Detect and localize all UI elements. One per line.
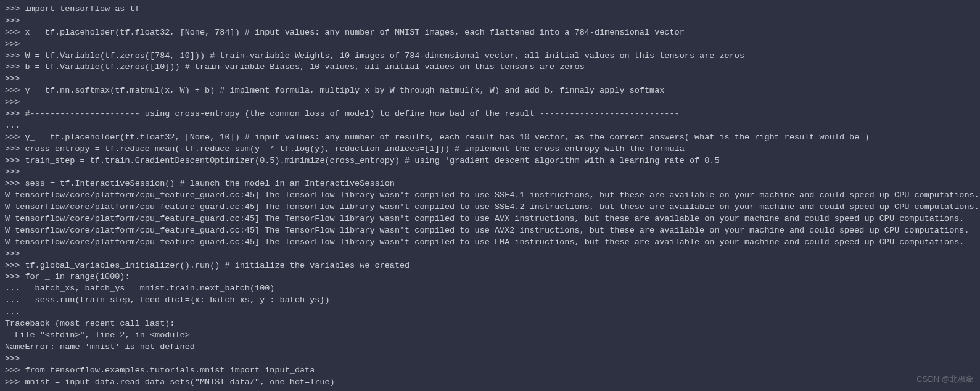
- terminal-line: ...: [5, 307, 975, 318]
- terminal-line: >>> b = tf.Variable(tf.zeros([10])) # tr…: [5, 62, 975, 73]
- terminal-line: >>>: [5, 353, 975, 365]
- terminal-line: >>> train_step = tf.train.GradientDescen…: [5, 155, 975, 167]
- terminal-line: >>> x = tf.placeholder(tf.float32, [None…: [5, 27, 975, 39]
- terminal-line: >>> import tensorflow as tf: [5, 4, 975, 15]
- terminal-line: >>>: [5, 73, 975, 85]
- terminal-line: >>> y_ = tf.placeholder(tf.float32, [Non…: [5, 132, 975, 144]
- terminal-line: W tensorflow/core/platform/cpu_feature_g…: [5, 202, 975, 213]
- terminal-line: >>> y = tf.nn.softmax(tf.matmul(x, W) + …: [5, 85, 975, 97]
- terminal-line: >>>: [5, 97, 975, 109]
- terminal-line: >>> cross_entropy = tf.reduce_mean(-tf.r…: [5, 144, 975, 155]
- terminal-line: >>>: [5, 167, 975, 178]
- terminal-line: ... sess.run(train_step, feed_dict={x: b…: [5, 295, 975, 307]
- terminal-line: >>> tf.global_variables_initializer().ru…: [5, 260, 975, 272]
- watermark: CSDN @北极象: [916, 374, 974, 385]
- terminal-line: ... batch_xs, batch_ys = mnist.train.nex…: [5, 283, 975, 295]
- terminal-line: >>>: [5, 15, 975, 27]
- terminal-line: >>> from tensorflow.examples.tutorials.m…: [5, 365, 975, 377]
- terminal-line: W tensorflow/core/platform/cpu_feature_g…: [5, 190, 975, 202]
- terminal-line: >>> for _ in range(1000):: [5, 271, 975, 283]
- terminal-line: >>> sess = tf.InteractiveSession() # lau…: [5, 178, 975, 190]
- terminal-line: >>> #---------------------- using cross-…: [5, 109, 975, 120]
- terminal-line: ...: [5, 120, 975, 132]
- terminal-line: >>>: [5, 39, 975, 51]
- terminal-line: >>> W = tf.Variable(tf.zeros([784, 10]))…: [5, 51, 975, 62]
- terminal-output[interactable]: >>> import tensorflow as tf>>>>>> x = tf…: [5, 4, 975, 388]
- terminal-line: >>> mnist = input_data.read_data_sets("M…: [5, 377, 975, 389]
- terminal-line: W tensorflow/core/platform/cpu_feature_g…: [5, 225, 975, 237]
- terminal-line: Traceback (most recent call last):: [5, 318, 975, 330]
- terminal-line: W tensorflow/core/platform/cpu_feature_g…: [5, 237, 975, 249]
- terminal-line: File "<stdin>", line 2, in <module>: [5, 330, 975, 342]
- terminal-line: NameError: name 'mnist' is not defined: [5, 342, 975, 353]
- terminal-line: W tensorflow/core/platform/cpu_feature_g…: [5, 213, 975, 225]
- terminal-line: >>>: [5, 249, 975, 260]
